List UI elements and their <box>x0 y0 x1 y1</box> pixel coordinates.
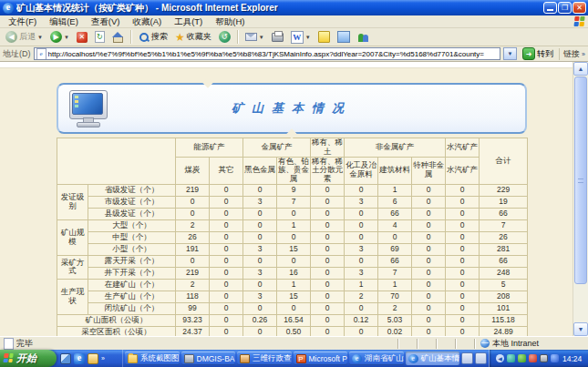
row-group-header: 发证级别 <box>57 184 88 219</box>
column-header: 化工及冶金原料 <box>345 157 378 184</box>
minimize-button[interactable] <box>543 2 557 14</box>
favorites-button[interactable]: ★ 收藏夹 <box>172 30 214 44</box>
edit-button[interactable]: W ▼ <box>288 30 314 45</box>
quicklaunch-chevron-icon[interactable]: » <box>101 355 105 362</box>
data-cell: 0 <box>243 231 277 243</box>
data-cell: 3 <box>243 291 277 302</box>
messenger-button[interactable] <box>355 31 372 44</box>
outlook-quicklaunch-icon[interactable] <box>88 353 98 364</box>
home-button[interactable] <box>109 31 127 44</box>
stop-button[interactable]: ✕ <box>74 31 90 44</box>
refresh-icon: ↻ <box>95 31 105 43</box>
scrollbar-thumb[interactable] <box>574 76 587 284</box>
data-cell: 0 <box>311 291 345 302</box>
data-cell: 0 <box>277 208 311 219</box>
standard-toolbar: ◀ 后退 ▼ ▶ ▼ ✕ ↻ 搜索 ★ 收藏夹 ↺ ▼ W ▼ <box>0 28 588 46</box>
data-cell: 0 <box>311 231 345 243</box>
research-button[interactable] <box>335 30 353 44</box>
data-cell: 0 <box>277 255 311 267</box>
data-cell: 4 <box>378 219 412 231</box>
data-cell: 1 <box>277 219 311 231</box>
forward-button[interactable]: ▶ ▼ <box>47 30 72 44</box>
data-cell: 0 <box>311 243 345 255</box>
data-cell: 0 <box>243 279 277 291</box>
data-cell: 0 <box>210 208 243 219</box>
address-dropdown-button[interactable]: ▼ <box>503 47 517 60</box>
data-cell: 0 <box>210 196 243 208</box>
taskbar-button-screenshots[interactable]: 系统截图图片 <box>125 352 180 365</box>
print-button[interactable] <box>269 32 286 43</box>
discuss-button[interactable] <box>315 30 333 44</box>
windows-logo-icon <box>573 16 585 27</box>
links-button[interactable]: 链接 » <box>559 48 585 60</box>
row-group-header: 采矿方式 <box>57 255 88 279</box>
data-cell: 0 <box>345 326 378 336</box>
go-arrow-icon: ➜ <box>522 47 535 60</box>
tray-icon-1[interactable] <box>507 354 515 362</box>
taskbar-button-3d-query[interactable]: 三维行政查询... <box>237 352 292 365</box>
restore-button[interactable]: ❐ <box>558 2 572 14</box>
scrollbar-track[interactable] <box>573 285 588 322</box>
menu-file[interactable]: 文件(F) <box>2 15 43 27</box>
start-button[interactable]: 开始 <box>0 350 57 367</box>
home-icon <box>112 32 124 43</box>
back-button[interactable]: ◀ 后退 ▼ <box>3 30 46 44</box>
column-header: 煤炭 <box>176 157 210 184</box>
address-bar: 地址(D) http://localhost/%e7%9f%bf%e5%b1%b… <box>0 46 588 62</box>
data-cell: 0 <box>412 196 446 208</box>
data-cell: 101 <box>480 302 528 314</box>
language-bar-pen-icon[interactable] <box>461 352 473 364</box>
data-cell: 66 <box>480 208 528 219</box>
language-bar-keyboard-icon[interactable] <box>475 352 487 364</box>
table-row: 发证级别省级发证（个）21900900100229 <box>57 184 528 196</box>
tray-network-icon[interactable] <box>540 354 548 362</box>
tray-icon-3[interactable] <box>529 354 537 362</box>
data-cell: 219 <box>176 267 210 279</box>
summary-row: 矿山面积（公顷）93.2300.2616.5400.125.0300115.18 <box>57 314 528 326</box>
data-cell: 0 <box>243 219 277 231</box>
search-button[interactable]: 搜索 <box>136 30 170 44</box>
taskbar-button-mine-info-active[interactable]: e 矿山基本情况... <box>406 352 460 365</box>
scroll-up-button[interactable]: ▲ <box>573 62 588 76</box>
banner-title: 矿山基本情况 <box>58 100 525 117</box>
ie-app-icon <box>3 3 14 14</box>
go-button[interactable]: ➜ 转到 <box>520 47 556 60</box>
history-button[interactable]: ↺ <box>216 30 233 44</box>
menu-tools[interactable]: 工具(T) <box>168 15 209 27</box>
tray-icon-4[interactable] <box>551 354 559 362</box>
vertical-scrollbar[interactable]: ▲ ▼ <box>573 62 588 336</box>
close-button[interactable]: ✕ <box>573 2 586 14</box>
data-cell: 0 <box>210 219 243 231</box>
taskbar-button-hunan-mine[interactable]: e 湖南省矿山地... <box>349 352 404 365</box>
system-tray: ◀ 14:24 <box>489 350 588 367</box>
scroll-down-button[interactable]: ▼ <box>573 322 588 336</box>
data-cell: 24.37 <box>176 326 210 336</box>
data-cell: 0 <box>412 219 446 231</box>
mail-button[interactable]: ▼ <box>242 32 267 42</box>
menu-edit[interactable]: 编辑(E) <box>43 15 85 27</box>
ie-window-icon: e <box>352 354 362 363</box>
taskbar-button-drive[interactable]: DMGIS-BAI (J:) <box>181 352 236 365</box>
data-cell: 0 <box>446 231 480 243</box>
data-cell: 1 <box>378 279 412 291</box>
taskbar-button-powerpoint[interactable]: P Microsoft Pow... <box>294 352 348 365</box>
tray-collapse-icon[interactable]: ◀ <box>496 354 504 362</box>
status-text: 完毕 <box>16 338 33 350</box>
browser-window: 矿山基本情况统计（按矿类矿种） - Microsoft Internet Exp… <box>0 0 588 367</box>
show-desktop-icon[interactable] <box>60 353 71 364</box>
menu-favorites[interactable]: 收藏(A) <box>126 15 168 27</box>
taskbar: 开始 » 系统截图图片 DMGIS-BAI (J:) 三维行政查询... P <box>0 350 588 367</box>
menu-view[interactable]: 查看(V) <box>85 15 127 27</box>
data-cell: 191 <box>176 243 210 255</box>
data-cell: 0 <box>345 231 378 243</box>
tray-icon-2[interactable] <box>518 354 526 362</box>
app-icon <box>240 354 250 363</box>
group-header: 稀有、稀土 <box>311 138 345 158</box>
status-segment <box>397 339 417 349</box>
refresh-button[interactable]: ↻ <box>92 30 108 44</box>
menu-help[interactable]: 帮助(H) <box>209 15 251 27</box>
group-header: 能源矿产 <box>176 138 243 158</box>
ie-quicklaunch-icon[interactable] <box>74 353 85 364</box>
address-input[interactable]: http://localhost/%e7%9f%bf%e5%b1%b1%e5%9… <box>34 47 501 60</box>
data-cell: 0 <box>311 314 345 326</box>
